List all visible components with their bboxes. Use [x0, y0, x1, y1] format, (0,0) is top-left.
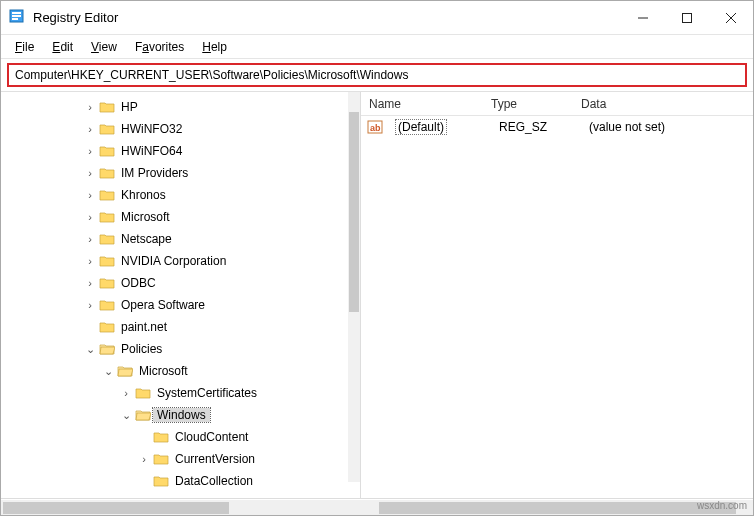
svg-text:ab: ab [370, 123, 381, 133]
chevron-right-icon[interactable]: › [83, 145, 97, 157]
scrollbar-thumb[interactable] [349, 112, 359, 312]
value-name: (Default) [395, 119, 447, 135]
folder-icon [153, 430, 169, 444]
address-input[interactable]: Computer\HKEY_CURRENT_USER\Software\Poli… [7, 63, 747, 87]
folder-icon [99, 188, 115, 202]
svg-rect-5 [683, 13, 692, 22]
tree-item[interactable]: › ODBC [5, 272, 360, 294]
minimize-icon [638, 13, 648, 23]
tree-item-label: Netscape [117, 232, 172, 246]
tree-item[interactable]: CloudContent [5, 426, 360, 448]
list-rows: ab(Default)REG_SZ(value not set) [361, 116, 753, 138]
chevron-right-icon[interactable]: › [83, 189, 97, 201]
chevron-down-icon[interactable]: ⌄ [119, 409, 133, 422]
tree-item[interactable]: › HWiNFO32 [5, 118, 360, 140]
svg-rect-2 [12, 15, 21, 17]
hscroll-left[interactable] [1, 500, 377, 516]
tree-item[interactable]: paint.net [5, 316, 360, 338]
watermark: wsxdn.com [697, 500, 747, 511]
tree-item[interactable]: › NVIDIA Corporation [5, 250, 360, 272]
close-icon [726, 13, 736, 23]
tree-item[interactable]: › Netscape [5, 228, 360, 250]
chevron-right-icon[interactable]: › [83, 167, 97, 179]
chevron-right-icon[interactable]: › [119, 387, 133, 399]
tree-item-label: IM Providers [117, 166, 188, 180]
tree-item-label: paint.net [117, 320, 167, 334]
folder-icon [99, 232, 115, 246]
vertical-scrollbar[interactable] [348, 92, 360, 482]
menu-help[interactable]: Help [194, 38, 235, 56]
folder-icon [153, 452, 169, 466]
folder-icon [99, 342, 115, 356]
minimize-button[interactable] [621, 2, 665, 34]
bottombar [1, 498, 753, 516]
tree-item[interactable]: › SystemCertificates [5, 382, 360, 404]
folder-icon [99, 320, 115, 334]
tree-item-label: HWiNFO32 [117, 122, 182, 136]
tree-item-label: Microsoft [135, 364, 188, 378]
chevron-right-icon[interactable]: › [137, 453, 151, 465]
tree-pane: › HP› HWiNFO32› HWiNFO64› IM Providers› … [1, 92, 361, 498]
tree-item[interactable]: › Khronos [5, 184, 360, 206]
menu-file[interactable]: File [7, 38, 42, 56]
folder-icon [99, 122, 115, 136]
tree-item[interactable]: › Microsoft [5, 206, 360, 228]
tree-item-label: Policies [117, 342, 162, 356]
tree-item-label: Khronos [117, 188, 166, 202]
chevron-right-icon[interactable]: › [83, 299, 97, 311]
folder-icon [153, 474, 169, 488]
folder-icon [135, 386, 151, 400]
tree-item[interactable]: ⌄ Windows [5, 404, 360, 426]
tree-item[interactable]: › Opera Software [5, 294, 360, 316]
tree-item[interactable]: › HP [5, 96, 360, 118]
col-header-type[interactable]: Type [491, 97, 581, 111]
values-pane: Name Type Data ab(Default)REG_SZ(value n… [361, 92, 753, 498]
col-header-name[interactable]: Name [361, 97, 491, 111]
value-type: REG_SZ [499, 120, 589, 134]
maximize-button[interactable] [665, 2, 709, 34]
tree-item-label: DataCollection [171, 474, 253, 488]
chevron-right-icon[interactable]: › [83, 233, 97, 245]
menu-favorites[interactable]: Favorites [127, 38, 192, 56]
folder-icon [99, 100, 115, 114]
titlebar: Registry Editor [1, 1, 753, 35]
tree-item[interactable]: ⌄ Policies [5, 338, 360, 360]
content: › HP› HWiNFO32› HWiNFO64› IM Providers› … [1, 92, 753, 498]
string-value-icon: ab [367, 119, 383, 135]
tree-item-label: NVIDIA Corporation [117, 254, 226, 268]
chevron-down-icon[interactable]: ⌄ [101, 365, 115, 378]
tree-item-label: Windows [153, 408, 210, 422]
window-title: Registry Editor [33, 10, 118, 25]
tree-item[interactable]: › CurrentVersion [5, 448, 360, 470]
folder-icon [135, 408, 151, 422]
chevron-right-icon[interactable]: › [83, 255, 97, 267]
svg-rect-3 [12, 18, 18, 20]
chevron-right-icon[interactable]: › [83, 211, 97, 223]
tree-item-label: CloudContent [171, 430, 248, 444]
chevron-right-icon[interactable]: › [83, 277, 97, 289]
tree-item[interactable]: › HWiNFO64 [5, 140, 360, 162]
list-row[interactable]: ab(Default)REG_SZ(value not set) [361, 116, 753, 138]
folder-icon [99, 298, 115, 312]
chevron-right-icon[interactable]: › [83, 101, 97, 113]
close-button[interactable] [709, 2, 753, 34]
tree-item[interactable]: ⌄ Microsoft [5, 360, 360, 382]
tree-item-label: HP [117, 100, 138, 114]
tree-item-label: SystemCertificates [153, 386, 257, 400]
value-data: (value not set) [589, 120, 753, 134]
chevron-down-icon[interactable]: ⌄ [83, 343, 97, 356]
tree-item-label: Microsoft [117, 210, 170, 224]
tree-item[interactable]: DataCollection [5, 470, 360, 492]
tree-item-label: CurrentVersion [171, 452, 255, 466]
tree-item[interactable]: › IM Providers [5, 162, 360, 184]
svg-rect-1 [12, 12, 21, 14]
folder-icon [99, 254, 115, 268]
folder-icon [99, 144, 115, 158]
menu-view[interactable]: View [83, 38, 125, 56]
chevron-right-icon[interactable]: › [83, 123, 97, 135]
tree-item-label: ODBC [117, 276, 156, 290]
col-header-data[interactable]: Data [581, 97, 753, 111]
registry-tree[interactable]: › HP› HWiNFO32› HWiNFO64› IM Providers› … [1, 92, 360, 496]
menu-edit[interactable]: Edit [44, 38, 81, 56]
folder-icon [99, 276, 115, 290]
